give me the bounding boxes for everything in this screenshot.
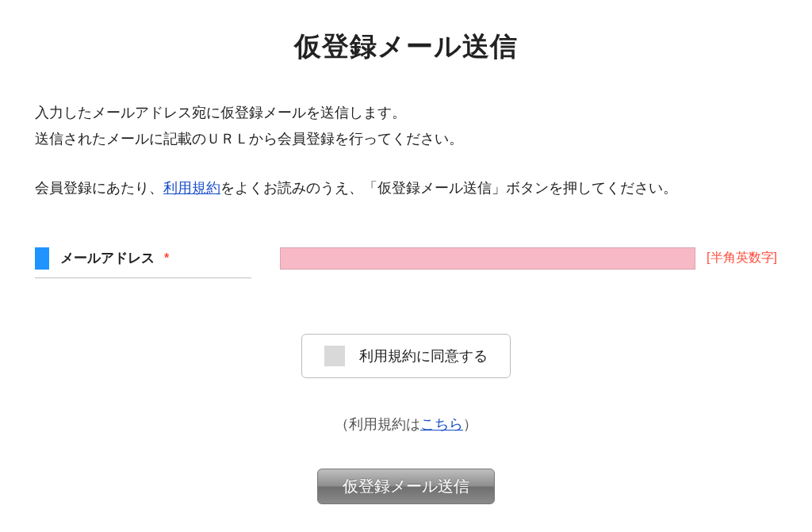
email-field[interactable] (280, 247, 695, 270)
terms-post-text: をよくお読みのうえ、「仮登録メール送信」ボタンを押してください。 (220, 180, 677, 196)
email-hint: [半角英数字] (707, 250, 777, 266)
terms-link-pre: （利用規約は (335, 416, 420, 432)
email-row: メールアドレス * [半角英数字] (35, 247, 777, 278)
agree-box: 利用規約に同意する (301, 334, 511, 378)
description-line-2: 送信されたメールに記載のＵＲＬから会員登録を行ってください。 (35, 126, 777, 152)
required-mark: * (164, 251, 169, 266)
agree-checkbox[interactable] (324, 346, 345, 366)
email-label-block: メールアドレス * (35, 247, 251, 278)
field-marker-icon (35, 247, 49, 270)
description-block: 入力したメールアドレス宛に仮登録メールを送信します。 送信されたメールに記載のＵ… (35, 100, 777, 153)
agree-label: 利用規約に同意する (359, 346, 488, 366)
terms-pre-text: 会員登録にあたり、 (35, 180, 163, 196)
terms-link-post: ） (463, 416, 477, 432)
email-input-block: [半角英数字] (280, 247, 777, 270)
terms-link-inline[interactable]: 利用規約 (163, 180, 220, 196)
terms-link-line: （利用規約はこちら） (35, 415, 777, 434)
description-line-1: 入力したメールアドレス宛に仮登録メールを送信します。 (35, 100, 777, 126)
submit-section: 仮登録メール送信 (35, 469, 777, 504)
terms-link[interactable]: こちら (420, 416, 463, 432)
email-label: メールアドレス (60, 249, 155, 267)
agree-section: 利用規約に同意する (35, 334, 777, 378)
submit-button[interactable]: 仮登録メール送信 (317, 469, 495, 504)
page-title: 仮登録メール送信 (35, 29, 777, 65)
terms-instruction: 会員登録にあたり、利用規約をよくお読みのうえ、「仮登録メール送信」ボタンを押して… (35, 175, 777, 201)
registration-page: 仮登録メール送信 入力したメールアドレス宛に仮登録メールを送信します。 送信され… (0, 0, 812, 528)
